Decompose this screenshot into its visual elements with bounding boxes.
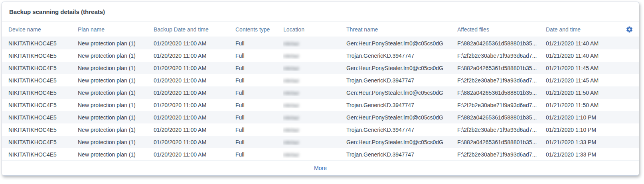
cell-plan-name: New protection plan (1) xyxy=(78,53,154,59)
cell-date-time: 01/21/2020 11:40 AM xyxy=(546,40,632,47)
location-redacted-value: nikitaz xyxy=(283,53,299,59)
cell-threat-name: Gen:Heur.PonyStealer.lm0@c05cs0dG xyxy=(346,40,457,47)
cell-affected-files: F:\882a04265361d588801b35... xyxy=(457,40,546,47)
cell-location: nikitaz xyxy=(283,77,346,84)
cell-contents-type: Full xyxy=(235,114,283,121)
cell-affected-files: F:\882a04265361d588801b35... xyxy=(457,65,546,71)
cell-contents-type: Full xyxy=(235,40,283,47)
column-header-backup-date-and-time[interactable]: Backup Date and time xyxy=(154,26,235,33)
cell-location: nikitaz xyxy=(283,151,346,158)
cell-location: nikitaz xyxy=(283,114,346,121)
cell-date-time: 01/21/2020 1:33 PM xyxy=(546,151,632,158)
cell-device-name: NIKITATIKHOC4E5 xyxy=(8,139,78,145)
cell-plan-name: New protection plan (1) xyxy=(78,102,154,108)
cell-date-time: 01/21/2020 1:33 PM xyxy=(546,139,632,145)
column-header-date-and-time[interactable]: Date and time xyxy=(546,26,632,33)
cell-date-time: 01/21/2020 1:10 PM xyxy=(546,114,632,121)
cell-contents-type: Full xyxy=(235,139,283,145)
location-redacted-value: nikitaz xyxy=(283,115,299,121)
location-redacted-value: nikitaz xyxy=(283,41,299,47)
cell-plan-name: New protection plan (1) xyxy=(78,77,154,84)
cell-date-time: 01/21/2020 1:10 PM xyxy=(546,127,632,133)
table-row[interactable]: NIKITATIKHOC4E5New protection plan (1)01… xyxy=(2,37,639,49)
cell-location: nikitaz xyxy=(283,40,346,47)
cell-plan-name: New protection plan (1) xyxy=(78,40,154,47)
table-row[interactable]: NIKITATIKHOC4E5New protection plan (1)01… xyxy=(2,111,639,123)
cell-backup-date-time: 01/20/2020 11:00 AM xyxy=(154,114,235,121)
cell-device-name: NIKITATIKHOC4E5 xyxy=(8,90,78,96)
cell-backup-date-time: 01/20/2020 11:00 AM xyxy=(154,127,235,133)
table-row[interactable]: NIKITATIKHOC4E5New protection plan (1)01… xyxy=(2,136,639,148)
cell-device-name: NIKITATIKHOC4E5 xyxy=(8,102,78,108)
table-header-row: Device namePlan nameBackup Date and time… xyxy=(2,22,639,37)
table-row[interactable]: NIKITATIKHOC4E5New protection plan (1)01… xyxy=(2,62,639,74)
cell-contents-type: Full xyxy=(235,151,283,158)
cell-backup-date-time: 01/20/2020 11:00 AM xyxy=(154,102,235,108)
cell-threat-name: Trojan.GenericKD.3947747 xyxy=(346,102,457,108)
cell-contents-type: Full xyxy=(235,77,283,84)
widget-title: Backup scanning details (threats) xyxy=(2,2,639,22)
cell-location: nikitaz xyxy=(283,127,346,133)
cell-plan-name: New protection plan (1) xyxy=(78,139,154,145)
table-row[interactable]: NIKITATIKHOC4E5New protection plan (1)01… xyxy=(2,86,639,99)
cell-device-name: NIKITATIKHOC4E5 xyxy=(8,151,78,158)
column-header-threat-name[interactable]: Threat name xyxy=(346,26,457,33)
table-row[interactable]: NIKITATIKHOC4E5New protection plan (1)01… xyxy=(2,74,639,86)
more-link[interactable]: More xyxy=(314,165,327,171)
location-redacted-value: nikitaz xyxy=(283,139,299,145)
cell-contents-type: Full xyxy=(235,90,283,96)
table-body: NIKITATIKHOC4E5New protection plan (1)01… xyxy=(2,37,639,161)
table-row[interactable]: NIKITATIKHOC4E5New protection plan (1)01… xyxy=(2,148,639,161)
cell-affected-files: F:\2f2b2e30abe71f9a93d6ad7... xyxy=(457,53,546,59)
cell-threat-name: Gen:Heur.PonyStealer.lm0@c05cs0dG xyxy=(346,65,457,71)
cell-backup-date-time: 01/20/2020 11:00 AM xyxy=(154,77,235,84)
cell-plan-name: New protection plan (1) xyxy=(78,151,154,158)
cell-affected-files: F:\2f2b2e30abe71f9a93d6ad7... xyxy=(457,77,546,84)
cell-affected-files: F:\882a04265361d588801b35... xyxy=(457,139,546,145)
cell-plan-name: New protection plan (1) xyxy=(78,90,154,96)
cell-threat-name: Trojan.GenericKD.3947747 xyxy=(346,53,457,59)
cell-device-name: NIKITATIKHOC4E5 xyxy=(8,40,78,47)
location-redacted-value: nikitaz xyxy=(283,152,299,158)
location-redacted-value: nikitaz xyxy=(283,65,299,71)
cell-threat-name: Trojan.GenericKD.3947747 xyxy=(346,77,457,84)
cell-backup-date-time: 01/20/2020 11:00 AM xyxy=(154,53,235,59)
column-header-plan-name[interactable]: Plan name xyxy=(78,26,154,33)
column-header-contents-type[interactable]: Contents type xyxy=(235,26,283,33)
location-redacted-value: nikitaz xyxy=(283,78,299,84)
column-header-device-name[interactable]: Device name xyxy=(8,26,78,33)
cell-contents-type: Full xyxy=(235,65,283,71)
cell-location: nikitaz xyxy=(283,139,346,145)
cell-date-time: 01/21/2020 11:50 AM xyxy=(546,90,632,96)
cell-device-name: NIKITATIKHOC4E5 xyxy=(8,77,78,84)
cell-location: nikitaz xyxy=(283,65,346,71)
table-row[interactable]: NIKITATIKHOC4E5New protection plan (1)01… xyxy=(2,49,639,62)
cell-device-name: NIKITATIKHOC4E5 xyxy=(8,65,78,71)
cell-location: nikitaz xyxy=(283,53,346,59)
cell-contents-type: Full xyxy=(235,127,283,133)
cell-date-time: 01/21/2020 11:45 AM xyxy=(546,77,632,84)
cell-backup-date-time: 01/20/2020 11:00 AM xyxy=(154,40,235,47)
cell-plan-name: New protection plan (1) xyxy=(78,65,154,71)
cell-plan-name: New protection plan (1) xyxy=(78,114,154,121)
cell-affected-files: F:\882a04265361d588801b35... xyxy=(457,114,546,121)
cell-threat-name: Gen:Heur.PonyStealer.lm0@c05cs0dG xyxy=(346,139,457,145)
gear-icon[interactable] xyxy=(626,25,633,33)
cell-plan-name: New protection plan (1) xyxy=(78,127,154,133)
column-header-location[interactable]: Location xyxy=(283,26,346,33)
cell-backup-date-time: 01/20/2020 11:00 AM xyxy=(154,65,235,71)
cell-backup-date-time: 01/20/2020 11:00 AM xyxy=(154,151,235,158)
cell-threat-name: Trojan.GenericKD.3947747 xyxy=(346,151,457,158)
cell-threat-name: Trojan.GenericKD.3947747 xyxy=(346,127,457,133)
cell-device-name: NIKITATIKHOC4E5 xyxy=(8,53,78,59)
column-header-affected-files[interactable]: Affected files xyxy=(457,26,546,33)
cell-date-time: 01/21/2020 11:40 AM xyxy=(546,53,632,59)
table-row[interactable]: NIKITATIKHOC4E5New protection plan (1)01… xyxy=(2,99,639,111)
cell-threat-name: Gen:Heur.PonyStealer.lm0@c05cs0dG xyxy=(346,90,457,96)
cell-affected-files: F:\2f2b2e30abe71f9a93d6ad7... xyxy=(457,151,546,158)
cell-backup-date-time: 01/20/2020 11:00 AM xyxy=(154,139,235,145)
cell-backup-date-time: 01/20/2020 11:00 AM xyxy=(154,90,235,96)
cell-device-name: NIKITATIKHOC4E5 xyxy=(8,127,78,133)
cell-device-name: NIKITATIKHOC4E5 xyxy=(8,114,78,121)
table-row[interactable]: NIKITATIKHOC4E5New protection plan (1)01… xyxy=(2,123,639,136)
